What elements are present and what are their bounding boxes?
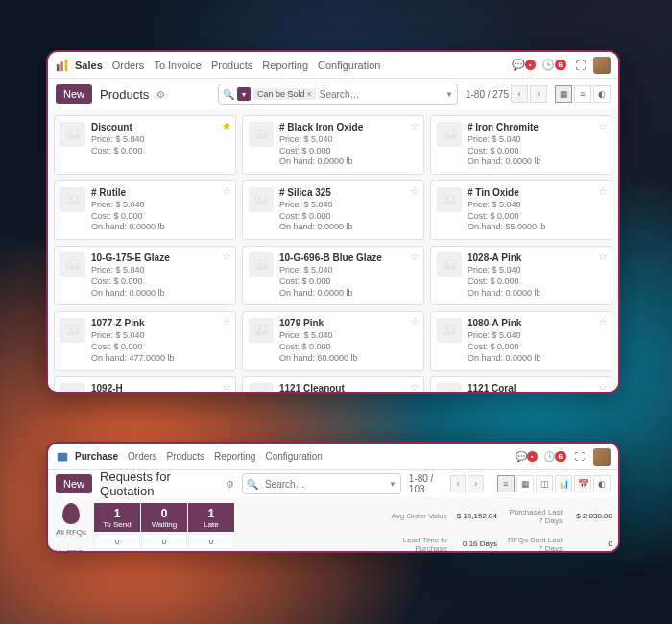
chat-icon[interactable]: 💬• (512, 59, 536, 71)
product-name: # Rutile (91, 187, 229, 198)
favorite-star-icon[interactable]: ☆ (598, 185, 608, 198)
nav-orders[interactable]: Orders (112, 60, 145, 71)
product-card[interactable]: 1028-A PinkPrice: $ 5.040Cost: $ 0.000On… (430, 246, 612, 305)
favorite-star-icon[interactable]: ☆ (598, 120, 608, 132)
favorite-star-icon[interactable]: ☆ (222, 316, 231, 328)
gear-icon[interactable]: ⚙ (226, 479, 234, 490)
gear-icon[interactable]: ⚙ (156, 89, 165, 100)
new-button[interactable]: New (56, 474, 92, 493)
search-field[interactable] (265, 479, 387, 490)
product-price: Price: $ 5.040 (468, 330, 606, 342)
product-card[interactable]: 1079 PinkPrice: $ 5.040Cost: $ 0.000On h… (242, 311, 424, 371)
product-card[interactable]: # Black Iron OxidePrice: $ 5.040Cost: $ … (242, 115, 424, 175)
nav-reporting[interactable]: Reporting (262, 60, 308, 71)
product-price: Price: $ 5.040 (468, 265, 606, 276)
new-button[interactable]: New (56, 84, 92, 104)
product-onhand: On hand: 0.0000 lb (279, 222, 418, 233)
product-card[interactable]: 10-G-175-E GlazePrice: $ 5.040Cost: $ 0.… (54, 246, 236, 305)
product-thumb (437, 187, 462, 212)
favorite-star-icon[interactable]: ☆ (410, 120, 420, 132)
nav-reporting[interactable]: Reporting (214, 451, 255, 462)
rfq-mini: 0 (94, 534, 140, 549)
rfq-tile[interactable]: 1Late (188, 503, 234, 532)
product-cost: Cost: $ 0.000 (468, 276, 606, 288)
product-card[interactable]: 1092-H☆ (54, 376, 236, 392)
product-card[interactable]: DiscountPrice: $ 5.040Cost: $ 0.000★ (54, 115, 236, 175)
tab-my-rfqs[interactable]: My RFQs (54, 548, 88, 553)
prev-page-button[interactable]: ‹ (450, 475, 467, 492)
next-page-button[interactable]: › (468, 475, 484, 492)
product-onhand: On hand: 0.0000 lb (91, 288, 229, 300)
list-view-button[interactable]: ≡ (574, 85, 591, 103)
topbar: Sales Orders To Invoice Products Reporti… (48, 52, 618, 79)
product-card[interactable]: 1121 Coral☆ (430, 376, 612, 392)
search-dropdown-icon[interactable]: ▼ (445, 90, 453, 99)
product-onhand: On hand: 0.0000 lb (468, 288, 606, 300)
search-input[interactable]: 🔍 ▾ Can be Sold× ▼ (218, 84, 458, 105)
search-icon: 🔍 (247, 479, 258, 490)
product-card[interactable]: 1080-A PinkPrice: $ 5.040Cost: $ 0.000On… (430, 311, 612, 371)
favorite-star-icon[interactable]: ☆ (410, 185, 420, 198)
favorite-star-icon[interactable]: ☆ (410, 251, 420, 263)
next-page-button[interactable]: › (530, 85, 547, 103)
nav-configuration[interactable]: Configuration (265, 451, 322, 462)
favorite-star-icon[interactable]: ☆ (222, 381, 231, 392)
nav-products[interactable]: Products (167, 451, 204, 462)
product-card[interactable]: 1077-Z PinkPrice: $ 5.040Cost: $ 0.000On… (54, 311, 236, 371)
product-name: # Black Iron Oxide (279, 122, 418, 132)
product-card[interactable]: # Iron ChromitePrice: $ 5.040Cost: $ 0.0… (430, 115, 612, 175)
product-onhand: On hand: 0.0000 lb (279, 288, 418, 300)
stat-sent-value: 0 (570, 540, 612, 548)
favorite-star-icon[interactable]: ☆ (222, 185, 231, 198)
product-card[interactable]: # Silica 325Price: $ 5.040Cost: $ 0.000O… (242, 180, 424, 240)
chip-remove-icon[interactable]: × (307, 89, 312, 99)
search-input[interactable]: 🔍 ▼ (242, 473, 401, 494)
search-dropdown-icon[interactable]: ▼ (389, 480, 396, 489)
nav-configuration[interactable]: Configuration (318, 60, 380, 71)
pivot-view-button[interactable]: ◫ (536, 475, 553, 492)
favorite-star-icon[interactable]: ☆ (410, 316, 420, 328)
stat-p7-label: Purchased Last 7 Days (505, 508, 563, 525)
kanban-view-button[interactable]: ▦ (555, 85, 572, 103)
avatar[interactable] (593, 448, 611, 466)
nav-to-invoice[interactable]: To Invoice (154, 60, 202, 71)
list-view-button[interactable]: ≡ (497, 475, 515, 492)
svg-rect-2 (65, 59, 68, 70)
favorite-star-icon[interactable]: ☆ (598, 381, 608, 392)
fullscreen-icon[interactable]: ⛶ (572, 449, 588, 465)
prev-page-button[interactable]: ‹ (511, 85, 528, 103)
product-thumb (249, 383, 274, 392)
activity-view-button[interactable]: ◐ (593, 475, 611, 492)
fullscreen-icon[interactable]: ⛶ (572, 58, 588, 73)
favorite-star-icon[interactable]: ★ (222, 120, 231, 132)
avatar[interactable] (593, 57, 611, 74)
product-name: 10-G-696-B Blue Glaze (279, 252, 418, 263)
calendar-view-button[interactable]: 📅 (574, 475, 591, 492)
filter-chip[interactable]: Can be Sold× (253, 88, 316, 100)
product-card[interactable]: # RutilePrice: $ 5.040Cost: $ 0.000On ha… (54, 180, 236, 240)
favorite-star-icon[interactable]: ☆ (222, 251, 231, 263)
rfq-tile[interactable]: 0Waiting (141, 503, 187, 532)
nav-orders[interactable]: Orders (128, 451, 157, 462)
rfq-tile[interactable]: 1To Send (94, 503, 140, 532)
product-onhand: On hand: 60.0000 lb (279, 353, 418, 365)
graph-view-button[interactable]: 📊 (555, 475, 572, 492)
favorite-star-icon[interactable]: ☆ (598, 316, 608, 328)
tab-all-rfqs[interactable]: All RFQs (54, 528, 88, 537)
product-price: Price: $ 5.040 (279, 200, 418, 211)
nav-products[interactable]: Products (211, 60, 252, 71)
product-card[interactable]: 10-G-696-B Blue GlazePrice: $ 5.040Cost:… (242, 246, 424, 305)
kanban-view-button[interactable]: ▦ (516, 475, 534, 492)
activity-view-button[interactable]: ◐ (593, 85, 611, 103)
product-card[interactable]: # Tin OxidePrice: $ 5.040Cost: $ 0.000On… (430, 180, 612, 240)
favorite-star-icon[interactable]: ☆ (410, 381, 420, 392)
product-price: Price: $ 5.040 (468, 134, 606, 146)
product-name: # Iron Chromite (468, 122, 606, 132)
chat-icon[interactable]: 💬• (516, 451, 538, 462)
search-field[interactable] (320, 89, 444, 100)
favorite-star-icon[interactable]: ☆ (598, 251, 608, 263)
product-card[interactable]: 1121 Cleanout☆ (242, 376, 424, 392)
activity-icon[interactable]: 🕓6 (541, 59, 566, 71)
product-onhand: On hand: 0.0000 lb (468, 156, 606, 168)
activity-icon[interactable]: 🕓6 (543, 451, 566, 462)
